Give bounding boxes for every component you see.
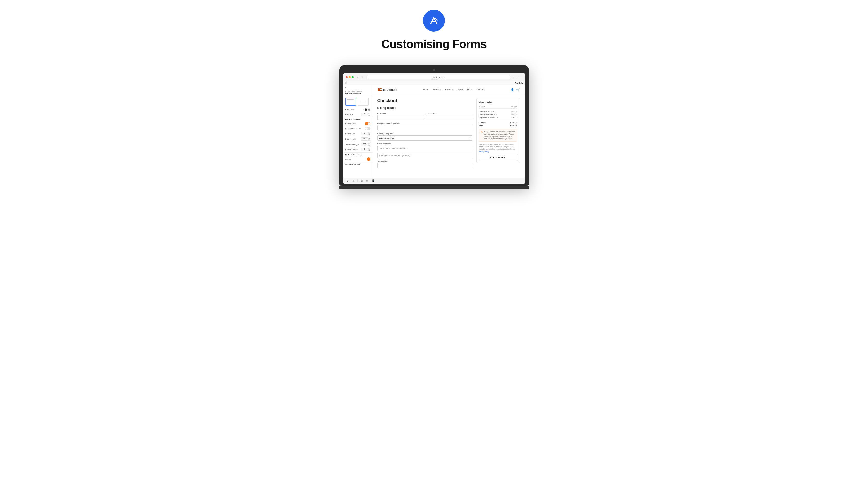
- sidebar-back-btn[interactable]: ‹: [343, 86, 372, 90]
- order-divider: [479, 120, 517, 120]
- street-row: Street address *: [377, 142, 472, 151]
- font-size-input[interactable]: 16: [361, 113, 368, 116]
- street-group: Street address *: [377, 142, 472, 151]
- customizer-tab[interactable]: Publish: [515, 82, 523, 85]
- nav-home[interactable]: Home: [423, 89, 429, 91]
- input-height-input[interactable]: 40: [361, 137, 368, 141]
- site-nav-icons: 👤 🛒: [510, 88, 520, 92]
- toolbar-sep: [358, 179, 358, 183]
- city-label: Town / City *: [377, 160, 472, 162]
- radio-color-swatch[interactable]: [367, 157, 370, 161]
- user-icon[interactable]: 👤: [510, 88, 514, 92]
- sidebar-title-section: Customizing › General Form Elements: [343, 90, 372, 96]
- border-color-toggle[interactable]: [365, 122, 370, 125]
- main-content-area: ‹ Customizing › General Form Elements: [343, 86, 525, 177]
- city-input[interactable]: [377, 163, 472, 168]
- company-label: Company name (optional): [377, 122, 472, 124]
- mobile-toolbar-icon[interactable]: 📱: [371, 179, 375, 183]
- order-item-price-1: $25.00: [511, 110, 517, 112]
- textarea-height-control: 100 ▲ ▼: [361, 142, 370, 146]
- style-option-2[interactable]: [358, 98, 369, 105]
- address-bar[interactable]: blocksy.local: [366, 75, 511, 79]
- style-option-1[interactable]: [345, 98, 356, 105]
- refresh-icon[interactable]: ↻: [512, 75, 515, 79]
- bg-color-toggle[interactable]: [365, 127, 370, 130]
- nav-about[interactable]: About: [458, 89, 463, 91]
- subtotal-label: Subtotal: [479, 122, 486, 124]
- back-nav-btn[interactable]: ‹: [356, 75, 360, 79]
- order-title: Your order: [479, 101, 517, 104]
- border-radius-up[interactable]: ▲: [368, 148, 370, 150]
- color-dot-dark[interactable]: [365, 108, 367, 111]
- forward-nav-btn[interactable]: ›: [361, 75, 365, 79]
- street-input[interactable]: [377, 145, 472, 151]
- tablet-toolbar-icon[interactable]: ▭: [366, 179, 369, 183]
- font-size-row: Font Size 16 ▲ ▼: [343, 112, 372, 117]
- svg-rect-2: [380, 90, 382, 91]
- plus-icon[interactable]: +: [516, 75, 518, 79]
- privacy-text-content: Your personal data will be used to proce…: [479, 143, 516, 150]
- street-label: Street address *: [377, 142, 472, 145]
- input-height-down[interactable]: ▼: [368, 139, 370, 141]
- border-size-up[interactable]: ▲: [368, 132, 370, 134]
- textarea-height-row: Textarea Height 100 ▲ ▼: [343, 142, 372, 147]
- order-box: Your order Product Subtotal Congue Mauri…: [476, 98, 520, 163]
- color-dot-gray[interactable]: [368, 108, 370, 111]
- input-height-arrows: ▲ ▼: [368, 137, 370, 141]
- home-toolbar-icon[interactable]: ⌂: [352, 179, 355, 183]
- menu-icon[interactable]: ⋯: [520, 75, 522, 79]
- settings-toolbar-icon[interactable]: ⚙: [346, 179, 350, 183]
- browser-actions: ↻ + ⋯: [512, 75, 522, 79]
- order-item-3: Dignissim Sodales × 1 $60.00: [479, 117, 517, 119]
- cart-icon[interactable]: 🛒: [516, 88, 520, 92]
- billing-title: Billing details: [377, 106, 472, 110]
- last-name-group: Last name *: [426, 112, 472, 120]
- radio-colors-label: Colors: [345, 158, 351, 160]
- nav-services[interactable]: Services: [433, 89, 441, 91]
- apt-input[interactable]: [377, 153, 472, 158]
- border-size-down[interactable]: ▼: [368, 134, 370, 135]
- order-item-name-2: Congue Quisque × 1: [479, 113, 497, 116]
- border-size-label: Border Size: [345, 133, 355, 135]
- country-label: Country / Region *: [377, 132, 472, 135]
- nav-contact[interactable]: Contact: [476, 89, 484, 91]
- last-name-input[interactable]: [426, 115, 472, 120]
- border-radius-down[interactable]: ▼: [368, 150, 370, 151]
- country-select-wrapper: United States (US) ▼: [377, 135, 472, 141]
- desktop-toolbar-icon[interactable]: 🖥: [360, 179, 364, 183]
- country-select[interactable]: United States (US): [377, 135, 472, 141]
- font-size-up[interactable]: ▲: [368, 113, 370, 115]
- camera-dot: [433, 69, 435, 71]
- app-logo: [423, 10, 445, 32]
- border-radius-label: Border Radius: [345, 149, 358, 151]
- input-height-up[interactable]: ▲: [368, 137, 370, 139]
- checkout-left: Checkout Billing details First name * La…: [377, 98, 472, 170]
- order-item-name-1: Congue Mauris × 1: [479, 110, 496, 112]
- site-nav-links: Home Services Products About News Contac…: [423, 89, 484, 91]
- browser-chrome: ‹ › blocksy.local ↻ + ⋯: [343, 73, 525, 81]
- input-height-control: 40 ▲ ▼: [361, 137, 370, 141]
- font-size-down[interactable]: ▼: [368, 115, 370, 116]
- border-radius-arrows: ▲ ▼: [368, 148, 370, 151]
- first-name-input[interactable]: [377, 115, 424, 120]
- border-radius-input[interactable]: 3: [361, 148, 368, 151]
- barber-logo-icon: [377, 87, 382, 92]
- customizer-close-icon[interactable]: ×: [345, 82, 347, 85]
- nav-products[interactable]: Products: [445, 89, 454, 91]
- radio-section-divider: Radio & Checkbox: [343, 152, 372, 157]
- color-picker-arrow[interactable]: ›: [363, 109, 364, 111]
- toggle-knob: [368, 123, 370, 125]
- country-row: Country / Region * United States (US) ▼: [377, 132, 472, 141]
- privacy-policy-link[interactable]: privacy policy: [479, 151, 489, 152]
- textarea-height-up[interactable]: ▲: [368, 143, 370, 144]
- website-preview: BARBER Home Services Products About News…: [372, 86, 525, 177]
- radio-colors-row: Colors: [343, 157, 372, 162]
- textarea-height-down[interactable]: ▼: [368, 144, 370, 146]
- nav-news[interactable]: News: [467, 89, 473, 91]
- warning-icon: ⚠: [481, 130, 483, 140]
- browser-dots: [346, 76, 353, 78]
- company-input[interactable]: [377, 125, 472, 130]
- textarea-height-input[interactable]: 100: [361, 142, 368, 146]
- border-size-input[interactable]: 1: [361, 132, 368, 135]
- place-order-button[interactable]: PLACE ORDER: [479, 155, 517, 160]
